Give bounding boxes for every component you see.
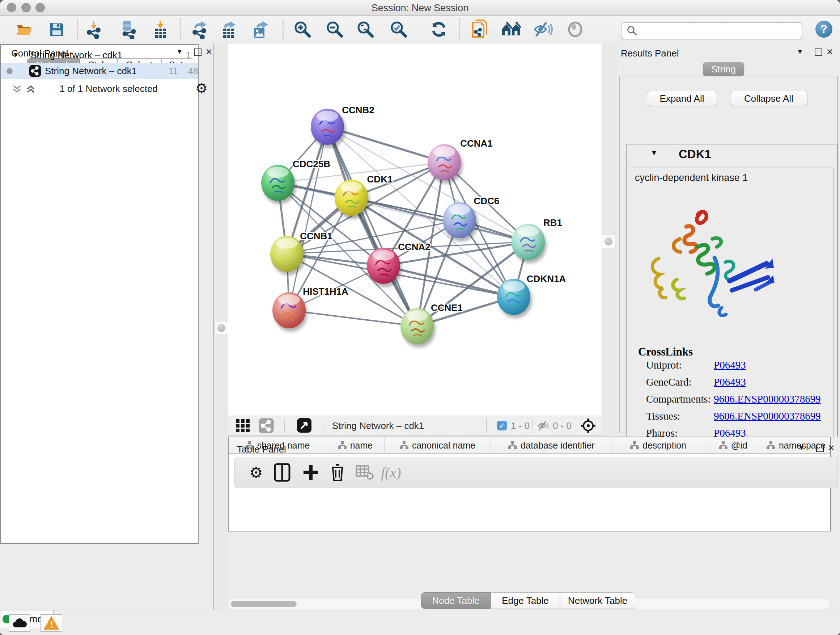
crosslink-row: Tissues:9606.ENSP00000378699 — [629, 410, 834, 427]
selected-node-edge-count: 1 - 0 — [511, 420, 530, 432]
node-hist1h1a[interactable] — [272, 292, 308, 332]
toolbar-separator — [532, 419, 533, 432]
crosslink-link[interactable]: 9606.ENSP00000378699 — [714, 410, 821, 422]
zoom-selected-button[interactable] — [389, 20, 409, 39]
delete-column-icon[interactable] — [330, 462, 346, 483]
hidden-eye-slash-icon — [537, 420, 551, 431]
import-network-button[interactable] — [84, 20, 103, 39]
open-session-button[interactable] — [14, 20, 34, 39]
tree-expander-icon[interactable]: ▼ — [12, 51, 19, 59]
refresh-icon — [430, 20, 448, 38]
export-network-button[interactable] — [189, 20, 209, 39]
grid-view-icon[interactable] — [235, 418, 252, 433]
column-header-canonical-name[interactable]: canonical name — [385, 437, 491, 453]
import-table-button[interactable] — [151, 20, 171, 39]
column-header-label: @id — [731, 440, 747, 451]
control-panel-close-icon[interactable]: ✕ — [205, 47, 212, 57]
hierarchy-icon — [338, 441, 347, 449]
search-input[interactable] — [641, 25, 802, 36]
crosslink-link[interactable]: 9606.ENSP00000378699 — [714, 393, 821, 405]
column-header-name[interactable]: name — [326, 437, 385, 453]
table-tab-bar: Node TableEdge TableNetwork Table — [421, 592, 635, 609]
title-bar: Session: New Session — [0, 0, 840, 16]
tab-string[interactable]: String — [703, 62, 744, 76]
crosslink-link[interactable]: P06493 — [714, 359, 746, 371]
node-ccna2[interactable] — [367, 248, 402, 287]
table-panel-float-icon[interactable]: ▼ — [798, 444, 805, 452]
network-collection-row[interactable]: ▼ String Network – cdk1 1 — [1, 47, 198, 63]
crosslinks-heading: CrossLinks — [638, 345, 693, 358]
string-results-container: Expand All Collapse All ▼ CDK1 cyclin-de… — [619, 76, 838, 433]
node-label-cdc25b: CDC25B — [293, 158, 330, 169]
crosslink-label: Compartments: — [646, 393, 711, 405]
results-panel-maximize-icon[interactable] — [815, 49, 822, 56]
node-label-ccna2: CCNA2 — [398, 241, 431, 252]
column-header-database-identifier[interactable]: database identifier — [491, 437, 613, 453]
function-builder-icon[interactable]: f(x) — [381, 462, 401, 483]
fit-selected-crosshair-icon[interactable] — [580, 418, 596, 434]
cdk1-expander-icon[interactable]: ▼ — [651, 149, 658, 157]
zoom-out-button[interactable] — [325, 20, 344, 39]
network-row-selected[interactable]: String Network – cdk1 11 48 — [1, 63, 198, 79]
edge-ccnb2-hist1h1a[interactable] — [289, 127, 327, 310]
network-view-title: String Network – cdk1 — [332, 420, 424, 432]
network-options-gear-icon[interactable]: ⚙ — [195, 80, 208, 96]
birdseye-view-icon[interactable] — [297, 418, 312, 433]
node-cdc25b[interactable] — [261, 165, 296, 204]
column-header-description[interactable]: description — [613, 437, 704, 453]
collapse-all-button[interactable]: Collapse All — [730, 91, 807, 106]
results-panel-close-icon[interactable]: ✕ — [826, 47, 833, 57]
crosslinks-list: Uniprot:P06493GeneCard:P06493Compartment… — [629, 359, 834, 446]
table-header-row: shared namenamecanonical namedatabase id… — [229, 437, 830, 454]
results-panel-float-icon[interactable]: ▼ — [797, 48, 804, 56]
export-table-button[interactable] — [219, 20, 239, 39]
hide-glass-button[interactable] — [533, 20, 553, 39]
toolbar-separator — [283, 19, 284, 40]
refresh-view-button[interactable] — [429, 20, 448, 39]
show-columns-icon[interactable] — [274, 462, 291, 483]
node-cdc6[interactable] — [443, 202, 478, 241]
warnings-button[interactable] — [41, 614, 62, 632]
show-glass-button[interactable] — [565, 20, 585, 39]
expand-all-icon[interactable] — [26, 85, 35, 93]
export-image-button[interactable] — [251, 20, 271, 39]
tab-edge-table[interactable]: Edge Table — [491, 592, 560, 609]
crosslink-link[interactable]: P06493 — [714, 376, 746, 388]
network-icon — [29, 65, 41, 77]
node-ccnb2[interactable] — [311, 109, 346, 148]
stringify-document-button[interactable] — [470, 20, 490, 39]
tab-network-table[interactable]: Network Table — [560, 592, 635, 609]
delete-table-icon[interactable] — [355, 462, 374, 483]
selected-checkbox-icon[interactable]: ✓ — [497, 421, 507, 431]
expand-all-button[interactable]: Expand All — [647, 91, 717, 106]
node-ccne1[interactable] — [401, 308, 436, 348]
tab-node-table[interactable]: Node Table — [421, 592, 491, 609]
help-button[interactable]: ? — [815, 21, 832, 38]
table-panel-close-icon[interactable]: ✕ — [828, 443, 835, 453]
window-title: Session: New Session — [0, 3, 840, 14]
add-column-icon[interactable] — [302, 462, 319, 483]
node-cdk1[interactable] — [335, 180, 370, 219]
node-results-scrollpane: ▼ CDK1 cyclin-dependent kinase 1 — [626, 144, 838, 456]
search-field[interactable] — [621, 22, 802, 40]
column-header-id[interactable]: @id — [704, 437, 762, 453]
left-splitter[interactable] — [213, 44, 229, 610]
node-ccna1[interactable] — [428, 144, 463, 184]
houses-icon — [501, 21, 521, 38]
save-session-button[interactable] — [47, 20, 66, 39]
network-view-icon[interactable] — [258, 418, 274, 434]
left-splitter-handle[interactable] — [215, 321, 228, 335]
cloud-status-button[interactable] — [9, 614, 30, 632]
edge-hist1h1a-ccne1[interactable] — [289, 310, 417, 326]
collapse-all-icon[interactable] — [12, 85, 22, 93]
table-panel-maximize-icon[interactable] — [816, 445, 824, 452]
table-options-gear-icon[interactable]: ⚙ — [249, 462, 263, 483]
zoom-fit-button[interactable] — [355, 20, 375, 39]
node-rb1[interactable] — [512, 224, 546, 263]
right-splitter-handle[interactable] — [602, 234, 615, 249]
import-database-button[interactable] — [118, 20, 138, 39]
zoom-in-button[interactable] — [293, 20, 312, 39]
node-cdkn1a[interactable] — [497, 279, 532, 318]
change-species-button[interactable] — [501, 20, 521, 39]
network-canvas[interactable]: CCNB2CCNA1CDC25BCDK1CDC6RB1CCNB1CCNA2CDK… — [228, 44, 602, 416]
